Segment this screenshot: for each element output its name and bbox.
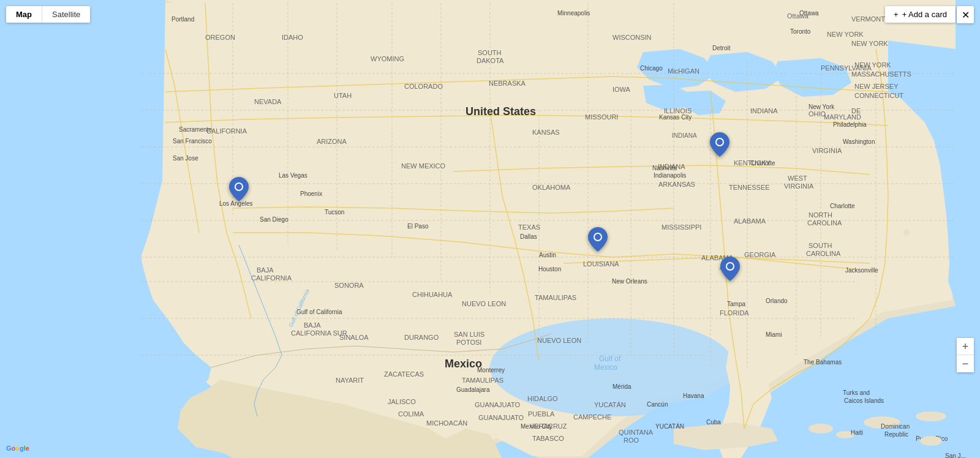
svg-text:CAROLINA: CAROLINA	[807, 219, 842, 227]
svg-text:COLIMA: COLIMA	[398, 410, 424, 418]
svg-text:New York: New York	[809, 103, 835, 110]
svg-text:DAKOTA: DAKOTA	[477, 57, 504, 64]
svg-point-171	[595, 234, 601, 240]
svg-point-2	[809, 424, 833, 434]
svg-text:Sacramento: Sacramento	[179, 126, 212, 133]
svg-text:CALIFORNIA: CALIFORNIA	[206, 127, 247, 135]
svg-text:HIDALGO: HIDALGO	[527, 395, 558, 402]
svg-text:DE: DE	[851, 107, 861, 114]
add-card-button[interactable]: + + Add a card	[885, 6, 956, 23]
svg-text:SONORA: SONORA	[334, 282, 364, 289]
svg-text:Miami: Miami	[766, 331, 782, 338]
svg-text:NEW JERSEY: NEW JERSEY	[854, 83, 899, 90]
svg-text:CONNECTICUT: CONNECTICUT	[854, 92, 903, 99]
svg-text:NEW MEXICO: NEW MEXICO	[401, 162, 446, 170]
svg-text:CAMPECHE: CAMPECHE	[573, 413, 611, 421]
pin-orlando[interactable]	[720, 257, 740, 283]
svg-text:CALIFORNIA SUR: CALIFORNIA SUR	[291, 329, 347, 337]
svg-text:New Orleans: New Orleans	[612, 278, 647, 285]
svg-text:San Diego: San Diego	[260, 216, 288, 223]
svg-text:Cuba: Cuba	[706, 419, 721, 426]
add-card-icon: +	[894, 10, 899, 19]
pin-louisiana[interactable]	[588, 227, 608, 254]
svg-text:VIRGINIA: VIRGINIA	[784, 182, 814, 190]
google-logo: Google	[6, 445, 29, 452]
svg-text:IDAHO: IDAHO	[282, 34, 303, 41]
svg-text:MISSOURI: MISSOURI	[585, 113, 618, 121]
svg-text:Haiti: Haiti	[851, 429, 863, 436]
svg-text:NEW YORK: NEW YORK	[854, 61, 891, 69]
svg-text:NEBRASKA: NEBRASKA	[489, 80, 526, 87]
svg-text:Phoenix: Phoenix	[300, 190, 322, 197]
svg-text:Kansas City: Kansas City	[659, 114, 692, 121]
pin-ky[interactable]	[710, 132, 729, 159]
svg-text:MASSACHUSETTS: MASSACHUSETTS	[851, 70, 911, 78]
svg-text:Mexico: Mexico	[445, 358, 482, 370]
map-type-control: Map Satellite	[6, 6, 90, 23]
svg-text:Minneapolis: Minneapolis	[557, 10, 590, 17]
svg-text:MicHIGAN: MicHIGAN	[668, 67, 699, 75]
svg-point-167	[236, 184, 242, 190]
svg-text:GEORGIA: GEORGIA	[744, 251, 776, 258]
svg-text:Caicos Islands: Caicos Islands	[844, 397, 884, 404]
svg-text:CAROLINA: CAROLINA	[806, 250, 841, 257]
svg-text:Mérida: Mérida	[612, 383, 631, 390]
svg-text:INDIANA: INDIANA	[750, 107, 778, 114]
svg-text:Philadelphia: Philadelphia	[833, 121, 867, 128]
svg-text:SOUTH: SOUTH	[809, 242, 832, 249]
svg-text:PUEBLA: PUEBLA	[528, 410, 555, 418]
svg-text:Chicago: Chicago	[640, 65, 663, 72]
svg-text:SAN LUIS: SAN LUIS	[454, 331, 484, 338]
svg-text:ARIZONA: ARIZONA	[317, 138, 347, 145]
svg-text:POTOSI: POTOSI	[456, 339, 481, 346]
svg-text:Indianapolis: Indianapolis	[654, 172, 686, 179]
svg-text:DURANGO: DURANGO	[404, 334, 439, 341]
svg-text:Tucson: Tucson	[325, 209, 344, 216]
satellite-tab[interactable]: Satellite	[42, 6, 90, 23]
close-button[interactable]: ✕	[957, 6, 974, 23]
svg-text:San J...: San J...	[945, 452, 966, 458]
svg-text:YUCATÁN: YUCATÁN	[594, 401, 626, 408]
svg-text:Gulf of California: Gulf of California	[296, 309, 342, 315]
svg-text:Houston: Houston	[538, 266, 561, 272]
svg-text:Havana: Havana	[683, 392, 704, 399]
svg-text:TENNESSEE: TENNESSEE	[729, 184, 770, 191]
map-tab[interactable]: Map	[6, 6, 42, 23]
svg-text:Mexico: Mexico	[594, 363, 617, 372]
svg-text:The Bahamas: The Bahamas	[804, 359, 842, 366]
svg-text:TAMAULIPAS: TAMAULIPAS	[535, 294, 576, 301]
svg-text:Dallas: Dallas	[520, 233, 537, 240]
svg-text:SOUTH: SOUTH	[478, 49, 502, 56]
svg-text:Detroit: Detroit	[712, 45, 731, 51]
zoom-in-button[interactable]: +	[957, 338, 974, 355]
map-background: OREGON IDAHO WYOMING SOUTH DAKOTA WISCON…	[0, 0, 980, 458]
svg-text:NORTH: NORTH	[809, 211, 832, 219]
svg-text:KANSAS: KANSAS	[532, 129, 560, 136]
pin-la[interactable]	[229, 177, 249, 204]
svg-text:OREGON: OREGON	[205, 34, 235, 41]
svg-text:TAMAULIPAS: TAMAULIPAS	[462, 377, 503, 384]
svg-text:Republic: Republic	[884, 431, 908, 438]
svg-point-165	[920, 436, 942, 446]
zoom-controls: + −	[957, 338, 974, 372]
svg-text:OKLAHOMA: OKLAHOMA	[532, 184, 571, 191]
svg-text:QUINTANA: QUINTANA	[619, 429, 654, 436]
svg-text:WISCONSIN: WISCONSIN	[612, 34, 652, 41]
svg-text:CHIHUAHUA: CHIHUAHUA	[412, 291, 453, 298]
svg-text:TABASCO: TABASCO	[532, 435, 564, 442]
svg-text:WEST: WEST	[788, 175, 807, 182]
svg-text:FLORIDA: FLORIDA	[720, 309, 749, 317]
svg-text:NAYARIT: NAYARIT	[336, 377, 364, 384]
svg-text:ARKANSAS: ARKANSAS	[658, 181, 695, 188]
svg-text:Orlando: Orlando	[766, 298, 788, 304]
map-container: OREGON IDAHO WYOMING SOUTH DAKOTA WISCON…	[0, 0, 980, 458]
svg-text:Washington: Washington	[843, 138, 875, 145]
svg-text:Cancún: Cancún	[647, 401, 668, 408]
svg-text:Guadalajara: Guadalajara	[456, 386, 490, 393]
zoom-out-button[interactable]: −	[957, 355, 974, 372]
svg-text:GUANAJUATO: GUANAJUATO	[475, 401, 521, 408]
svg-point-169	[717, 139, 723, 145]
svg-text:Toronto: Toronto	[790, 28, 811, 35]
svg-text:INDIANA: INDIANA	[672, 132, 697, 139]
svg-text:NEW YORK: NEW YORK	[827, 31, 864, 38]
